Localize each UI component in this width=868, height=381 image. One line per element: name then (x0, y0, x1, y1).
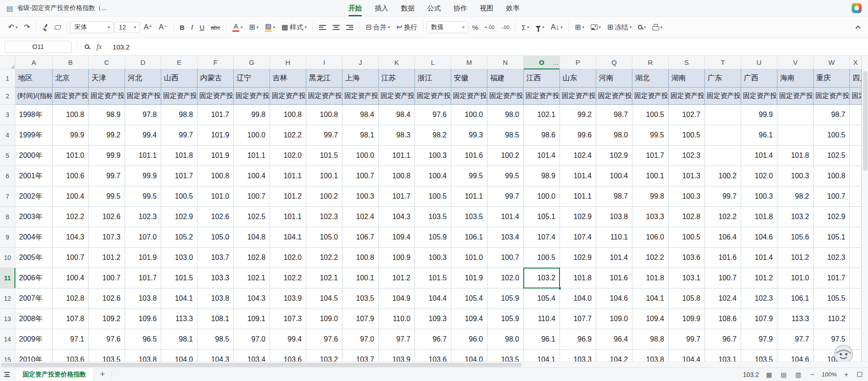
cell-V2[interactable]: 固定资产投资价格指数 (777, 88, 814, 105)
cell-N9[interactable]: 103.4 (487, 227, 524, 248)
cell-X5[interactable] (850, 146, 862, 166)
cell-A11[interactable]: 2006年 (15, 268, 53, 288)
freeze-panes-button[interactable]: ⊞冻结▾ (604, 21, 634, 34)
cell-D3[interactable]: 97.8 (125, 105, 161, 125)
cell-D2[interactable]: 固定资产投资价格指数 (125, 88, 161, 105)
cell-Q8[interactable]: 103.8 (596, 207, 632, 227)
cell-J14[interactable]: 97.0 (342, 329, 379, 350)
cell-E11[interactable]: 101.5 (161, 268, 198, 288)
cell-F4[interactable]: 101.9 (198, 125, 234, 146)
row-header-13[interactable]: 13 (0, 309, 15, 329)
cell-L1[interactable]: 浙江 (415, 69, 451, 88)
cell-S13[interactable]: 109.9 (669, 309, 705, 329)
cell-U13[interactable]: 107.9 (741, 309, 777, 329)
row-header-6[interactable]: 6 (0, 166, 15, 186)
cell-P7[interactable]: 101.1 (560, 186, 596, 207)
cell-I5[interactable]: 101.5 (306, 146, 342, 166)
cell-A6[interactable]: 2001年 (15, 166, 53, 186)
cell-D1[interactable]: 河北 (125, 69, 161, 88)
cell-H8[interactable]: 101.1 (270, 207, 306, 227)
strikethrough-button[interactable]: abc (208, 22, 223, 33)
cell-R1[interactable]: 湖北 (632, 69, 669, 88)
cell-J15[interactable]: 103.7 (342, 350, 379, 361)
column-header-G[interactable]: G (234, 56, 270, 69)
cell-T6[interactable]: 100.2 (705, 166, 741, 186)
name-box[interactable]: O11 (5, 41, 72, 53)
cell-E8[interactable]: 102.9 (161, 207, 198, 227)
cell-T10[interactable]: 101.6 (705, 248, 741, 268)
cell-B10[interactable]: 100.7 (53, 248, 89, 268)
cell-F3[interactable]: 101.7 (198, 105, 234, 125)
cell-O7[interactable]: 100.0 (524, 186, 560, 207)
horizontal-scrollbar-thumb[interactable] (1, 363, 522, 367)
cell-T1[interactable]: 广东 (705, 69, 741, 88)
page-layout-view-icon[interactable]: ▥ (794, 371, 803, 378)
menu-efficiency[interactable]: 效率 (501, 0, 525, 16)
number-format-select[interactable]: 数值▾ (427, 21, 468, 33)
cell-W2[interactable]: 固定资产投资价格指数 (814, 88, 850, 105)
cell-U14[interactable]: 97.9 (741, 329, 777, 350)
cell-V11[interactable]: 101.0 (777, 268, 814, 288)
cell-T2[interactable]: 固定资产投资价格指数 (705, 88, 741, 105)
cell-M9[interactable]: 106.1 (451, 227, 487, 248)
cell-B8[interactable]: 102.2 (53, 207, 89, 227)
cell-J6[interactable]: 100.7 (342, 166, 379, 186)
cell-D6[interactable]: 99.9 (125, 166, 161, 186)
row-column-button[interactable]: ⊞▾ (572, 22, 587, 33)
cell-V7[interactable]: 98.2 (777, 186, 814, 207)
cell-G14[interactable]: 97.0 (234, 329, 270, 350)
cell-V10[interactable]: 101.2 (777, 248, 814, 268)
column-header-J[interactable]: J (342, 56, 379, 69)
cell-B11[interactable]: 100.4 (53, 268, 89, 288)
cell-I10[interactable]: 102.2 (306, 248, 342, 268)
cell-V6[interactable]: 100.3 (777, 166, 814, 186)
cell-Q10[interactable]: 101.4 (596, 248, 632, 268)
cell-T15[interactable]: 103.1 (705, 350, 741, 361)
cell-D8[interactable]: 102.3 (125, 207, 161, 227)
column-header-Q[interactable]: Q (596, 56, 632, 69)
column-header-U[interactable]: U (741, 56, 777, 69)
cell-K7[interactable]: 101.7 (379, 186, 415, 207)
cell-L4[interactable]: 98.2 (415, 125, 451, 146)
zoom-level[interactable]: 100% (822, 371, 837, 378)
cell-W1[interactable]: 重庆 (814, 69, 850, 88)
cell-F11[interactable]: 103.3 (198, 268, 234, 288)
cell-G3[interactable]: 99.8 (234, 105, 270, 125)
cell-W12[interactable]: 105.5 (814, 288, 850, 309)
cell-C14[interactable]: 97.6 (89, 329, 125, 350)
cell-V14[interactable]: 97.7 (777, 329, 814, 350)
decrease-decimal-button[interactable]: -.00 (498, 23, 512, 32)
cell-T12[interactable]: 102.4 (705, 288, 741, 309)
cell-F5[interactable]: 101.9 (198, 146, 234, 166)
column-header-H[interactable]: H (270, 56, 306, 69)
font-size-select[interactable]: 12▾ (115, 22, 140, 33)
collapse-toolbar-button[interactable] (854, 23, 863, 32)
cell-K5[interactable]: 101.1 (379, 146, 415, 166)
cell-X9[interactable] (850, 227, 862, 248)
cell-U10[interactable]: 101.4 (741, 248, 777, 268)
cell-P10[interactable]: 102.9 (560, 248, 596, 268)
sheet-tab[interactable]: 固定资产投资价格指数 (15, 368, 94, 381)
cell-O4[interactable]: 98.6 (524, 125, 560, 146)
cell-H14[interactable]: 99.4 (270, 329, 306, 350)
cell-O14[interactable]: 96.1 (524, 329, 560, 350)
cell-M12[interactable]: 105.4 (451, 288, 487, 309)
cell-U4[interactable]: 96.1 (741, 125, 777, 146)
sort-button[interactable]: A↓▾ (548, 22, 565, 33)
cell-E3[interactable]: 98.8 (161, 105, 198, 125)
cell-A8[interactable]: 2003年 (15, 207, 53, 227)
cell-D12[interactable]: 103.8 (125, 288, 161, 309)
column-header-S[interactable]: S (669, 56, 705, 69)
cell-J11[interactable]: 100.1 (342, 268, 379, 288)
cell-N4[interactable]: 98.5 (487, 125, 524, 146)
align-right-button[interactable] (343, 23, 356, 32)
row-header-5[interactable]: 5 (0, 146, 15, 166)
cell-M1[interactable]: 安徽 (451, 69, 487, 88)
cell-S4[interactable]: 100.5 (669, 125, 705, 146)
cell-B15[interactable]: 103.6 (53, 350, 89, 361)
cell-J3[interactable]: 98.4 (342, 105, 379, 125)
cell-L3[interactable]: 97.6 (415, 105, 451, 125)
cell-K9[interactable]: 109.4 (379, 227, 415, 248)
cell-N7[interactable]: 99.7 (487, 186, 524, 207)
cell-N15[interactable]: 103.5 (487, 350, 524, 361)
